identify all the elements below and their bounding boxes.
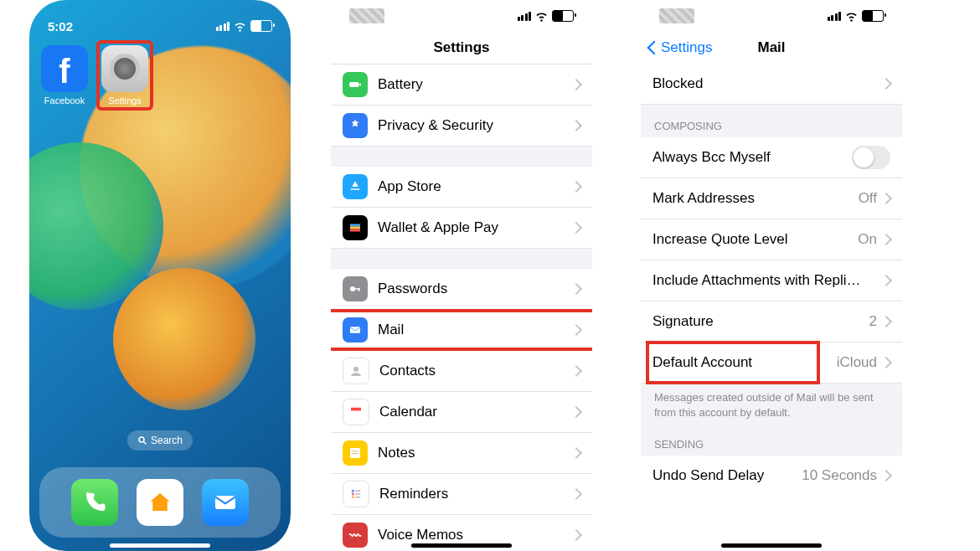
navbar: Settings Mail bbox=[641, 32, 902, 64]
app-facebook[interactable]: f Facebook bbox=[41, 45, 88, 106]
signal-icon bbox=[216, 22, 230, 31]
settings-row-calendar[interactable]: Calendar bbox=[331, 392, 592, 433]
svg-rect-15 bbox=[350, 448, 360, 458]
row-default-account[interactable]: Default AccountiCloud bbox=[641, 342, 902, 384]
settings-list[interactable]: BatteryPrivacy & SecurityApp StoreWallet… bbox=[331, 64, 592, 551]
phone-home-screen: 5:02 f Facebook Settings Sea bbox=[29, 0, 291, 551]
chevron-right-icon bbox=[880, 193, 892, 204]
home-indicator[interactable] bbox=[721, 543, 822, 548]
phone-icon bbox=[82, 490, 107, 515]
chevron-right-icon bbox=[880, 470, 892, 481]
status-bar: 5:02 bbox=[29, 10, 291, 42]
chevron-right-icon bbox=[570, 283, 582, 295]
settings-row-reminders[interactable]: Reminders bbox=[331, 474, 592, 515]
row-blocked[interactable]: Blocked bbox=[641, 64, 902, 105]
row-label: App Store bbox=[378, 178, 572, 195]
reminders-icon bbox=[343, 481, 369, 507]
dock-phone[interactable] bbox=[71, 479, 118, 526]
wifi-icon bbox=[535, 10, 548, 23]
mail-settings-list[interactable]: BlockedComposingAlways Bcc MyselfMark Ad… bbox=[641, 64, 902, 496]
svg-point-12 bbox=[353, 367, 358, 372]
chevron-right-icon bbox=[570, 488, 582, 500]
dock-home[interactable] bbox=[137, 479, 183, 526]
row-mark-addresses[interactable]: Mark AddressesOff bbox=[641, 178, 902, 219]
chevron-right-icon bbox=[570, 447, 582, 459]
gear-icon bbox=[110, 54, 140, 84]
clock-redacted bbox=[349, 8, 384, 23]
dock-mail[interactable] bbox=[202, 479, 249, 526]
row-undo-send-delay[interactable]: Undo Send Delay10 Seconds bbox=[641, 456, 902, 496]
row-include-attachments-with-repli-[interactable]: Include Attachments with Repli… bbox=[641, 260, 902, 301]
row-label: Contacts bbox=[379, 363, 572, 379]
chevron-right-icon bbox=[570, 222, 582, 234]
svg-rect-11 bbox=[350, 327, 360, 333]
wifi-icon bbox=[845, 10, 858, 23]
svg-line-1 bbox=[143, 442, 146, 445]
row-label: Voice Memos bbox=[378, 527, 572, 543]
toggle[interactable] bbox=[852, 146, 890, 169]
phone-settings: Settings BatteryPrivacy & SecurityApp St… bbox=[331, 0, 592, 551]
svg-rect-10 bbox=[358, 288, 360, 291]
status-bar bbox=[331, 0, 592, 32]
settings-row-notes[interactable]: Notes bbox=[331, 433, 592, 474]
row-detail: On bbox=[858, 231, 877, 248]
row-signature[interactable]: Signature2 bbox=[641, 301, 902, 342]
row-label: Wallet & Apple Pay bbox=[378, 219, 572, 236]
composing-footer: Messages created outside of Mail will be… bbox=[641, 384, 902, 423]
svg-point-0 bbox=[139, 437, 144, 442]
search-pill[interactable]: Search bbox=[127, 430, 193, 451]
svg-rect-14 bbox=[351, 408, 361, 411]
phone-mail-settings: Settings Mail BlockedComposingAlways Bcc… bbox=[641, 0, 902, 551]
chevron-right-icon bbox=[570, 529, 582, 541]
chevron-right-icon bbox=[570, 365, 582, 377]
back-button[interactable]: Settings bbox=[649, 39, 712, 56]
svg-rect-3 bbox=[349, 82, 358, 87]
clock-redacted bbox=[659, 8, 694, 23]
svg-point-8 bbox=[350, 286, 355, 291]
row-label: Calendar bbox=[379, 404, 572, 420]
svg-rect-5 bbox=[350, 224, 360, 227]
status-bar bbox=[641, 0, 902, 32]
settings-row-app-store[interactable]: App Store bbox=[331, 167, 592, 208]
svg-rect-7 bbox=[350, 229, 360, 232]
chevron-right-icon bbox=[880, 234, 892, 245]
row-always-bcc-myself[interactable]: Always Bcc Myself bbox=[641, 137, 902, 178]
settings-row-mail[interactable]: Mail bbox=[331, 310, 592, 351]
hand-icon bbox=[343, 113, 368, 138]
clock: 5:02 bbox=[48, 19, 73, 33]
settings-row-passwords[interactable]: Passwords bbox=[331, 269, 592, 310]
row-increase-quote-level[interactable]: Increase Quote LevelOn bbox=[641, 219, 902, 260]
app-label-facebook: Facebook bbox=[44, 95, 85, 106]
svg-point-19 bbox=[352, 493, 354, 496]
app-settings[interactable]: Settings bbox=[98, 42, 152, 109]
mail-icon bbox=[343, 317, 368, 342]
settings-row-battery[interactable]: Battery bbox=[331, 64, 592, 106]
facebook-icon: f bbox=[59, 54, 70, 88]
chevron-right-icon bbox=[570, 120, 582, 131]
signal-icon bbox=[518, 12, 532, 21]
battery-icon bbox=[862, 10, 884, 22]
search-label: Search bbox=[151, 435, 183, 446]
row-label: Privacy & Security bbox=[378, 117, 572, 134]
appstore-icon bbox=[343, 174, 368, 199]
settings-row-contacts[interactable]: Contacts bbox=[331, 351, 592, 392]
row-label: Passwords bbox=[378, 281, 572, 297]
row-label: Battery bbox=[378, 76, 572, 93]
svg-rect-4 bbox=[359, 84, 361, 86]
chevron-right-icon bbox=[570, 79, 582, 90]
settings-row-wallet-apple-pay[interactable]: Wallet & Apple Pay bbox=[331, 208, 592, 249]
battery-icon bbox=[343, 72, 368, 97]
svg-rect-6 bbox=[350, 227, 360, 229]
search-icon bbox=[137, 435, 147, 445]
back-label: Settings bbox=[661, 39, 712, 56]
row-detail: iCloud bbox=[837, 354, 877, 371]
chevron-right-icon bbox=[880, 357, 892, 368]
battery-icon bbox=[552, 10, 574, 22]
settings-row-privacy-security[interactable]: Privacy & Security bbox=[331, 106, 592, 147]
home-indicator[interactable] bbox=[411, 543, 512, 548]
app-label-settings: Settings bbox=[108, 95, 142, 106]
row-label: Notes bbox=[378, 445, 572, 461]
battery-icon bbox=[250, 20, 272, 32]
home-indicator[interactable] bbox=[110, 543, 210, 548]
chevron-left-icon bbox=[647, 41, 662, 55]
